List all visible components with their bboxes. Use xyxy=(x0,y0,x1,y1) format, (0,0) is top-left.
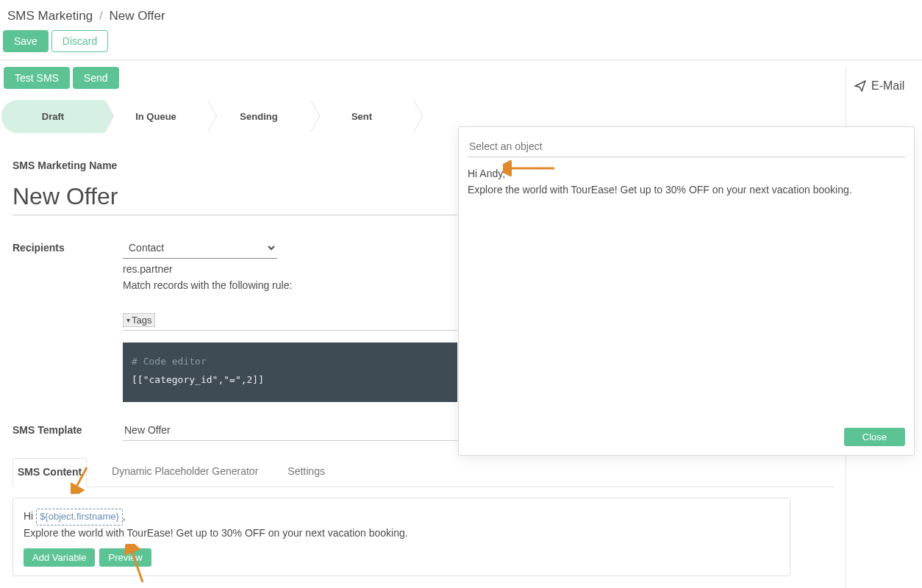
status-step-draft[interactable]: Draft xyxy=(1,100,104,133)
email-channel-label: E-Mail xyxy=(871,79,904,93)
sms-variable-chip[interactable]: ${object.firstname} xyxy=(36,509,123,525)
caret-down-icon: ▾ xyxy=(126,316,130,324)
sms-content-editor[interactable]: Hi ${object.firstname}, Explore the worl… xyxy=(12,498,790,576)
discard-button[interactable]: Discard xyxy=(51,30,108,52)
send-button[interactable]: Send xyxy=(73,67,119,89)
tags-chip-label: Tags xyxy=(132,315,151,326)
template-label: SMS Template xyxy=(12,420,123,436)
breadcrumb-separator: / xyxy=(99,9,103,23)
breadcrumb-current: New Offer xyxy=(109,9,165,23)
tab-sms-content[interactable]: SMS Content xyxy=(12,458,87,487)
tags-chip[interactable]: ▾ Tags xyxy=(123,313,155,327)
sms-greeting-prefix: Hi xyxy=(24,510,36,522)
recipients-label: Recipients xyxy=(12,237,123,254)
preview-button[interactable]: Preview xyxy=(99,548,151,567)
save-button[interactable]: Save xyxy=(3,30,49,52)
status-step-sending[interactable]: Sending xyxy=(207,100,310,133)
close-button[interactable]: Close xyxy=(844,428,905,446)
domain-code-editor[interactable]: # Code editor [["category_id","=",2]] xyxy=(123,343,457,402)
status-step-sent[interactable]: Sent xyxy=(310,100,413,133)
sms-body: Explore the world with TourEase! Get up … xyxy=(24,527,408,539)
preview-line-1: Hi Andy, xyxy=(468,168,505,179)
code-comment: # Code editor xyxy=(132,353,449,371)
add-variable-button[interactable]: Add Variable xyxy=(24,548,95,567)
code-line: [["category_id","=",2]] xyxy=(132,371,449,390)
status-step-in-queue[interactable]: In Queue xyxy=(104,100,207,133)
template-input[interactable] xyxy=(123,420,457,441)
tab-dynamic-placeholder[interactable]: Dynamic Placeholder Generator xyxy=(107,458,262,487)
preview-line-2: Explore the world with TourEase! Get up … xyxy=(468,184,852,196)
tab-settings[interactable]: Settings xyxy=(283,458,329,487)
sms-greeting-suffix: , xyxy=(123,510,126,522)
form-buttons-row: Save Discard xyxy=(0,27,922,60)
test-sms-button[interactable]: Test SMS xyxy=(4,67,70,89)
send-icon xyxy=(854,79,867,93)
email-channel-link[interactable]: E-Mail xyxy=(854,79,915,93)
preview-object-select[interactable] xyxy=(468,136,905,157)
action-bar: Test SMS Send xyxy=(0,60,922,96)
preview-popup: Hi Andy, Explore the world with TourEase… xyxy=(458,126,915,456)
tags-field[interactable]: ▾ Tags xyxy=(123,313,457,331)
recipients-select[interactable]: Contact xyxy=(123,237,277,259)
name-input[interactable] xyxy=(12,182,457,215)
preview-rendered-text: Hi Andy, Explore the world with TourEase… xyxy=(459,160,914,420)
content-tabs: SMS Content Dynamic Placeholder Generato… xyxy=(12,457,835,487)
sms-text: Hi ${object.firstname}, Explore the worl… xyxy=(24,509,779,541)
breadcrumb-root[interactable]: SMS Marketing xyxy=(7,9,93,23)
breadcrumb: SMS Marketing / New Offer xyxy=(0,0,922,27)
name-label: SMS Marketing Name xyxy=(12,155,123,171)
